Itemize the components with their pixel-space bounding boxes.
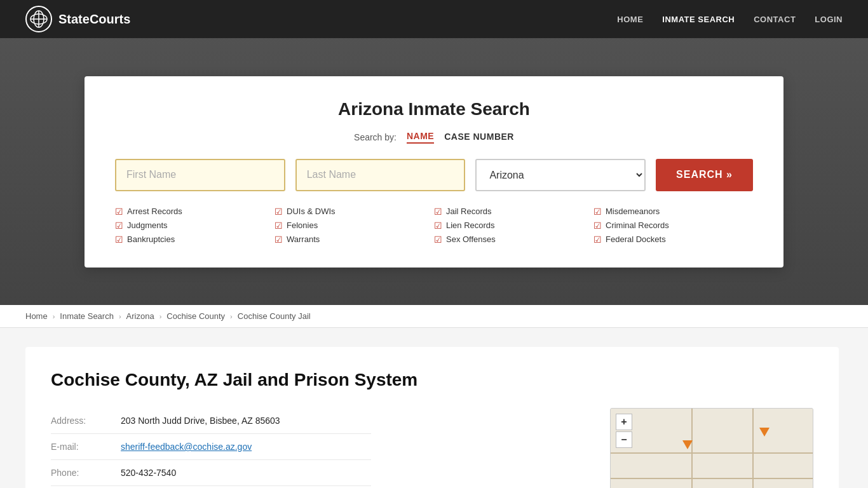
- checkbox-icon: ☑: [434, 207, 442, 217]
- breadcrumb-home[interactable]: Home: [25, 311, 48, 321]
- site-header: StateCourts HOME INMATE SEARCH CONTACT L…: [0, 0, 868, 38]
- map-road-v2: [752, 409, 754, 488]
- breadcrumb-sep-4: ›: [230, 313, 233, 320]
- breadcrumb-state[interactable]: Arizona: [126, 311, 154, 321]
- checkbox-label: DUIs & DWIs: [287, 207, 336, 216]
- checkbox-label: Lien Records: [446, 220, 495, 230]
- fax-value: 520-432-2906: [121, 486, 371, 489]
- checkbox-label: Bankruptcies: [127, 234, 175, 244]
- main-nav: HOME INMATE SEARCH CONTACT LOGIN: [617, 15, 843, 24]
- checkbox-item: ☑Sex Offenses: [434, 234, 593, 245]
- info-section: Address: 203 North Judd Drive, Bisbee, A…: [51, 408, 585, 488]
- checkbox-item: ☑Misdemeanors: [593, 207, 753, 217]
- checkbox-label: Jail Records: [446, 207, 492, 216]
- checkbox-icon: ☑: [275, 234, 283, 245]
- checkbox-item: ☑Warrants: [275, 234, 434, 245]
- checkbox-item: ☑Jail Records: [434, 207, 593, 217]
- content-card: Cochise County, AZ Jail and Prison Syste…: [25, 347, 839, 488]
- checkbox-item: ☑Criminal Records: [593, 220, 753, 231]
- checkbox-label: Sex Offenses: [446, 234, 496, 244]
- checkbox-icon: ☑: [275, 207, 283, 217]
- checkbox-label: Felonies: [287, 220, 318, 230]
- address-row: Address: 203 North Judd Drive, Bisbee, A…: [51, 408, 371, 434]
- breadcrumb-inmate-search[interactable]: Inmate Search: [60, 311, 114, 321]
- checkbox-icon: ☑: [593, 234, 602, 245]
- tab-name[interactable]: NAME: [407, 131, 434, 144]
- search-inputs-row: Arizona Alabama Alaska California Colora…: [115, 159, 753, 191]
- checkbox-label: Criminal Records: [606, 220, 669, 230]
- hero-section: COURTHOUSE Arizona Inmate Search Search …: [0, 38, 868, 305]
- checkbox-label: Warrants: [287, 234, 320, 244]
- breadcrumb-current: Cochise County Jail: [238, 311, 311, 321]
- nav-login[interactable]: LOGIN: [815, 15, 843, 24]
- logo-text: StateCourts: [58, 12, 130, 27]
- email-row: E-mail: sheriff-feedback@cochise.az.gov: [51, 434, 371, 460]
- address-label: Address:: [51, 408, 121, 434]
- phone-label: Phone:: [51, 460, 121, 486]
- search-button[interactable]: SEARCH »: [656, 159, 753, 191]
- map-section: + −: [610, 408, 813, 488]
- checkbox-label: Arrest Records: [127, 207, 182, 216]
- checkbox-item: ☑Arrest Records: [115, 207, 275, 217]
- email-label: E-mail:: [51, 434, 121, 460]
- checkbox-item: ☑Judgments: [115, 220, 275, 231]
- checkbox-icon: ☑: [115, 207, 123, 217]
- map-controls: + −: [616, 414, 632, 448]
- checkbox-label: Judgments: [127, 220, 168, 230]
- map-road-h2: [611, 452, 813, 454]
- checkbox-item: ☑Felonies: [275, 220, 434, 231]
- phone-value: 520-432-7540: [121, 460, 371, 486]
- state-select[interactable]: Arizona Alabama Alaska California Colora…: [475, 159, 646, 191]
- checkbox-icon: ☑: [115, 234, 123, 245]
- tab-case-number[interactable]: CASE NUMBER: [444, 132, 514, 143]
- address-value: 203 North Judd Drive, Bisbee, AZ 85603: [121, 408, 371, 434]
- map-marker-2: [759, 428, 770, 437]
- email-value: sheriff-feedback@cochise.az.gov: [121, 434, 371, 460]
- last-name-input[interactable]: [295, 159, 466, 191]
- breadcrumb-county[interactable]: Cochise County: [166, 311, 225, 321]
- nav-contact[interactable]: CONTACT: [754, 15, 796, 24]
- checkbox-icon: ☑: [434, 220, 442, 231]
- breadcrumb-sep-1: ›: [53, 313, 55, 320]
- logo-area: StateCourts: [25, 6, 130, 32]
- checkbox-item: ☑Bankruptcies: [115, 234, 275, 245]
- search-by-label: Search by:: [354, 132, 397, 142]
- nav-home[interactable]: HOME: [617, 15, 643, 24]
- map-zoom-in[interactable]: +: [616, 414, 632, 430]
- fax-row: Fax: 520-432-2906: [51, 486, 371, 489]
- map-road-h1: [611, 478, 813, 479]
- checkbox-icon: ☑: [115, 220, 123, 231]
- checkbox-icon: ☑: [593, 207, 602, 217]
- map-canvas: + −: [611, 409, 813, 488]
- search-by-row: Search by: NAME CASE NUMBER: [115, 131, 753, 144]
- checkbox-label: Misdemeanors: [606, 207, 660, 216]
- checkbox-item: ☑Lien Records: [434, 220, 593, 231]
- checkbox-label: Federal Dockets: [606, 234, 666, 244]
- fax-label: Fax:: [51, 486, 121, 489]
- checkboxes-area: ☑Arrest Records☑DUIs & DWIs☑Jail Records…: [115, 207, 753, 245]
- nav-inmate-search[interactable]: INMATE SEARCH: [662, 15, 735, 24]
- breadcrumb: Home › Inmate Search › Arizona › Cochise…: [0, 305, 868, 328]
- breadcrumb-sep-3: ›: [159, 313, 162, 320]
- checkbox-item: ☑Federal Dockets: [593, 234, 753, 245]
- search-card: Arizona Inmate Search Search by: NAME CA…: [85, 76, 783, 268]
- map-zoom-out[interactable]: −: [616, 431, 632, 448]
- checkbox-icon: ☑: [593, 220, 602, 231]
- search-card-title: Arizona Inmate Search: [115, 99, 753, 119]
- checkbox-icon: ☑: [275, 220, 283, 231]
- phone-row: Phone: 520-432-7540: [51, 460, 371, 486]
- map-container: + −: [610, 408, 813, 488]
- checkbox-item: ☑DUIs & DWIs: [275, 207, 434, 217]
- breadcrumb-sep-2: ›: [119, 313, 121, 320]
- content-layout: Address: 203 North Judd Drive, Bisbee, A…: [51, 408, 813, 488]
- map-marker-1: [682, 440, 693, 449]
- email-link[interactable]: sheriff-feedback@cochise.az.gov: [121, 442, 252, 452]
- facility-info-table: Address: 203 North Judd Drive, Bisbee, A…: [51, 408, 371, 488]
- logo-icon: [25, 6, 52, 32]
- checkbox-icon: ☑: [434, 234, 442, 245]
- facility-title: Cochise County, AZ Jail and Prison Syste…: [51, 370, 813, 390]
- first-name-input[interactable]: [115, 159, 285, 191]
- main-content: Cochise County, AZ Jail and Prison Syste…: [0, 328, 868, 488]
